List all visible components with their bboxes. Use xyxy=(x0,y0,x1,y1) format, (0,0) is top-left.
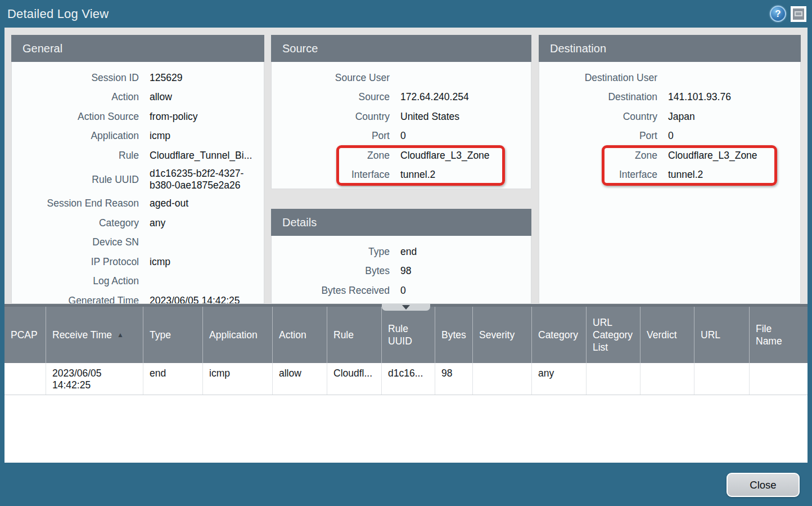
field-label: Session End Reason xyxy=(22,198,139,209)
field-row: RuleCloudflare_Tunnel_Bi... xyxy=(22,146,254,165)
field-label: Log Action xyxy=(22,275,139,287)
destination-panel-body: Destination User Destination141.101.93.7… xyxy=(539,62,801,304)
field-value: 2023/06/05 14:42:25 xyxy=(150,295,240,304)
field-value: United States xyxy=(400,111,459,123)
column-header-label: File Name xyxy=(756,323,783,347)
field-label: Category xyxy=(22,217,139,229)
field-row: Typeend xyxy=(282,242,521,262)
column-header-severity[interactable]: Severity xyxy=(473,307,532,363)
field-value: 0 xyxy=(668,130,674,142)
dialog-title: Detailed Log View xyxy=(7,7,109,21)
field-row: Device SN xyxy=(22,233,254,253)
column-header-label: Bytes xyxy=(441,329,466,341)
field-row: Rule UUIDd1c16235-b2f2-4327-b380-0ae1875… xyxy=(22,165,254,194)
field-row: Session End Reasonaged-out xyxy=(22,194,254,214)
field-value: 141.101.93.76 xyxy=(668,91,731,103)
column-header-application[interactable]: Application xyxy=(203,307,273,363)
popout-window-icon-pane xyxy=(795,11,802,16)
field-label: Rule xyxy=(22,150,139,162)
field-value: Cloudflare_L3_Zone xyxy=(668,150,757,162)
field-value: 0 xyxy=(400,130,406,142)
column-header-label: Rule UUID xyxy=(388,323,415,347)
field-label: Zone xyxy=(282,150,390,162)
column-header-bytes[interactable]: Bytes xyxy=(435,307,473,363)
field-row: Source172.64.240.254 xyxy=(282,88,521,108)
field-label: Application xyxy=(22,130,139,142)
column-header-label: Rule xyxy=(333,329,354,341)
column-header-verdict[interactable]: Verdict xyxy=(640,307,694,363)
field-row: Source User xyxy=(282,68,521,88)
field-row: Bytes98 xyxy=(282,262,521,281)
column-header-file-name[interactable]: File Name xyxy=(750,307,808,363)
log-cell-bytes: 98 xyxy=(435,363,473,395)
column-header-type[interactable]: Type xyxy=(143,307,203,363)
log-cell-rule-uuid: d1c16... xyxy=(382,363,435,395)
field-label: Destination xyxy=(549,91,657,103)
field-row: ZoneCloudflare_L3_Zone xyxy=(282,146,521,165)
field-label: Interface xyxy=(549,169,657,181)
field-row: ZoneCloudflare_L3_Zone xyxy=(549,146,790,165)
field-row: Interfacetunnel.2 xyxy=(282,165,521,185)
field-value: end xyxy=(400,246,417,258)
column-header-url[interactable]: URL xyxy=(694,307,750,363)
details-panel-header: Details xyxy=(271,209,531,236)
field-value: tunnel.2 xyxy=(400,169,435,181)
field-label: Port xyxy=(282,130,390,142)
destination-panel-header: Destination xyxy=(539,35,801,62)
splitter-handle[interactable] xyxy=(382,304,430,311)
field-label: Zone xyxy=(549,150,657,162)
column-header-label: Action xyxy=(279,329,306,341)
source-panel-body: Source User Source172.64.240.254 Country… xyxy=(271,62,531,189)
field-row: Generated Time2023/06/05 14:42:25 xyxy=(22,291,254,304)
column-header-url-category-list[interactable]: URL Category List xyxy=(587,307,640,363)
column-header-action[interactable]: Action xyxy=(273,307,327,363)
column-header-rule-uuid[interactable]: Rule UUID xyxy=(382,307,435,363)
field-row: Log Action xyxy=(22,272,254,292)
details-panel: Details Typeend Bytes98 Bytes Received0 xyxy=(271,209,531,304)
field-value: 0 xyxy=(400,285,406,297)
log-cell-category: any xyxy=(532,363,587,395)
field-row: Destination User xyxy=(549,68,790,88)
column-header-rule[interactable]: Rule xyxy=(327,307,382,363)
field-label: Type xyxy=(282,246,390,258)
field-row: Interfacetunnel.2 xyxy=(549,165,790,185)
log-cell-application: icmp xyxy=(203,363,273,395)
dialog-titlebar: Detailed Log View ? xyxy=(0,0,812,28)
log-cell-rule: Cloudfl... xyxy=(327,363,382,395)
field-row: Session ID125629 xyxy=(22,68,254,88)
source-panel-header: Source xyxy=(271,35,531,62)
column-header-label: URL Category List xyxy=(593,316,634,353)
log-cell-receive-time: 2023/06/05 14:42:25 xyxy=(46,363,143,395)
source-panel: Source Source User Source172.64.240.254 … xyxy=(271,35,531,189)
field-value: Japan xyxy=(668,111,695,123)
log-table-header: PCAP Receive Time▲ Type Application Acti… xyxy=(4,307,808,363)
field-row: Destination141.101.93.76 xyxy=(549,88,790,108)
field-value: Cloudflare_Tunnel_Bi... xyxy=(150,150,252,162)
column-header-label: PCAP xyxy=(11,329,38,341)
help-icon[interactable]: ? xyxy=(770,6,786,22)
column-header-category[interactable]: Category xyxy=(532,307,587,363)
field-label: Country xyxy=(549,111,657,123)
field-value: allow xyxy=(150,91,172,103)
column-header-label: Category xyxy=(538,329,578,341)
popout-window-icon-frame xyxy=(793,8,804,20)
field-label: Destination User xyxy=(549,72,657,84)
column-header-label: URL xyxy=(701,329,720,341)
popout-window-icon[interactable] xyxy=(791,6,806,22)
column-header-receive-time[interactable]: Receive Time▲ xyxy=(46,307,143,363)
close-button[interactable]: Close xyxy=(727,473,800,497)
field-value: tunnel.2 xyxy=(668,169,703,181)
field-row: Categoryany xyxy=(22,213,254,233)
field-label: Port xyxy=(549,130,657,142)
column-header-pcap[interactable]: PCAP xyxy=(4,307,46,363)
destination-panel: Destination Destination User Destination… xyxy=(539,35,801,304)
table-row[interactable]: 2023/06/05 14:42:25 end icmp allow Cloud… xyxy=(4,363,808,395)
log-cell-pcap xyxy=(4,363,46,395)
log-cell-file-name xyxy=(750,363,808,395)
column-header-label: Verdict xyxy=(647,329,677,341)
field-label: Interface xyxy=(282,169,390,181)
log-cell-verdict xyxy=(640,363,694,395)
column-header-label: Receive Time xyxy=(52,329,112,341)
log-cell-url xyxy=(694,363,750,395)
field-value: icmp xyxy=(150,256,170,268)
